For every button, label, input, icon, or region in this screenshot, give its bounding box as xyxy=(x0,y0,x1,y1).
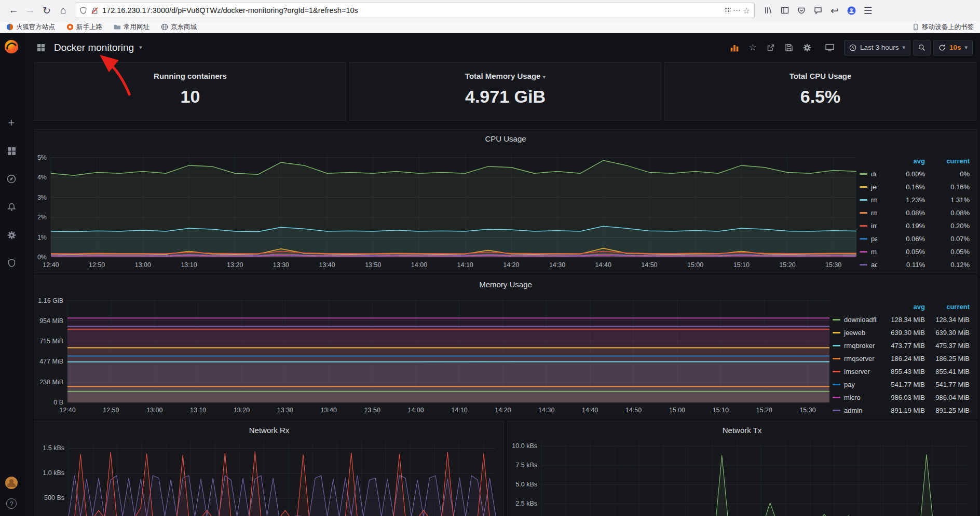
series-color-dash xyxy=(860,173,867,175)
series-color-dash xyxy=(860,238,867,240)
dashboard-settings-button[interactable] xyxy=(799,40,815,55)
svg-text:14:40: 14:40 xyxy=(582,407,598,414)
network-rx-graph[interactable]: 12:4012:5013:0013:1013:2013:3013:4013:50… xyxy=(35,439,499,516)
svg-text:7.5 kBs: 7.5 kBs xyxy=(515,462,537,469)
dashboard-grid-icon xyxy=(33,40,49,55)
menu-icon[interactable]: ☰ xyxy=(860,3,876,18)
legend-item-downloadfile[interactable]: downloadfile128.34 MiB128.34 MiB xyxy=(833,313,972,326)
panel-title[interactable]: Network Tx xyxy=(508,421,976,439)
panel-title[interactable]: Total CPU Usage xyxy=(665,63,976,80)
grafana-sidebar: + ? xyxy=(0,33,23,516)
legend-item-rmqbroker[interactable]: rmqbroker1.23%1.31% xyxy=(860,193,972,206)
bookmark-star-icon[interactable]: ☆ xyxy=(743,6,750,16)
star-dashboard-button[interactable]: ☆ xyxy=(745,40,760,55)
svg-text:14:50: 14:50 xyxy=(641,261,657,269)
network-tx-graph[interactable]: 12:4012:5013:0013:1013:2013:3013:4013:50… xyxy=(508,439,972,516)
url-bar[interactable]: 172.16.230.17:3000/d/pFVu6QTWz/docker-mo… xyxy=(75,3,755,18)
refresh-icon xyxy=(938,44,946,51)
getting-started-icon xyxy=(66,23,74,31)
sidebar-item-configuration[interactable] xyxy=(0,225,23,245)
sidebars-icon[interactable] xyxy=(777,3,793,18)
sidebar-item-create[interactable]: + xyxy=(0,113,23,133)
panel-title[interactable]: Network Rx xyxy=(35,421,503,439)
svg-text:2%: 2% xyxy=(37,214,47,221)
bookmark-item[interactable]: 常用网址 xyxy=(114,23,149,32)
bookmark-item[interactable]: 新手上路 xyxy=(66,23,102,32)
legend-item-rmqserver[interactable]: rmqserver0.08%0.08% xyxy=(860,206,972,219)
home-button[interactable]: ⌂ xyxy=(55,3,72,18)
legend-item-pay[interactable]: pay541.77 MiB541.77 MiB xyxy=(833,378,972,391)
legend-item-admin[interactable]: admin891.19 MiB891.25 MiB xyxy=(833,404,972,417)
magnifier-icon xyxy=(918,44,925,51)
tracking-shield-icon[interactable] xyxy=(79,7,87,15)
legend-item-jeeweb[interactable]: jeeweb639.30 MiB639.30 MiB xyxy=(833,326,972,339)
undo-icon[interactable]: ↩ xyxy=(826,3,843,18)
svg-text:13:00: 13:00 xyxy=(135,261,151,269)
time-range-picker[interactable]: Last 3 hours ▾ xyxy=(844,40,910,55)
sidebar-item-dashboards[interactable] xyxy=(0,141,23,161)
chat-icon[interactable] xyxy=(810,3,826,18)
svg-text:14:20: 14:20 xyxy=(495,407,511,414)
account-icon[interactable] xyxy=(843,3,860,18)
legend-item-pay[interactable]: pay0.06%0.07% xyxy=(860,232,972,245)
bookmark-item[interactable]: 火狐官方站点 xyxy=(6,23,55,32)
legend-item-imserver[interactable]: imserver855.43 MiB855.41 MiB xyxy=(833,365,972,378)
panel-title[interactable]: Total Memory Usage ▾ xyxy=(350,63,661,80)
panel-title[interactable]: CPU Usage xyxy=(35,130,976,147)
insecure-lock-icon[interactable] xyxy=(91,7,99,15)
help-icon[interactable]: ? xyxy=(0,493,23,514)
pocket-icon[interactable] xyxy=(793,3,810,18)
panel-title[interactable]: Running containers xyxy=(35,63,346,80)
refresh-picker[interactable]: 10s ▾ xyxy=(933,40,973,55)
panel-title[interactable]: Memory Usage xyxy=(35,275,976,293)
series-color-dash xyxy=(833,319,840,320)
legend-item-micro[interactable]: micro986.03 MiB986.04 MiB xyxy=(833,391,972,404)
zoom-out-time-button[interactable] xyxy=(913,40,931,55)
legend-item-imserver[interactable]: imserver0.19%0.20% xyxy=(860,219,972,232)
panel-total-memory-usage: Total Memory Usage ▾ 4.971 GiB xyxy=(349,62,661,121)
series-color-dash xyxy=(860,264,867,266)
save-dashboard-button[interactable] xyxy=(781,40,797,55)
svg-text:5%: 5% xyxy=(37,154,47,161)
add-panel-button[interactable] xyxy=(727,40,742,55)
page-actions-icon[interactable]: ⋯ xyxy=(733,6,741,15)
containers-grid-icon[interactable] xyxy=(725,7,731,13)
memory-usage-graph[interactable]: 12:4012:5013:0013:1013:2013:3013:4013:50… xyxy=(35,293,833,416)
series-color-dash xyxy=(860,212,867,214)
legend-item-admin[interactable]: admin0.11%0.12% xyxy=(860,258,972,271)
back-button[interactable]: ← xyxy=(5,3,22,18)
url-text[interactable]: 172.16.230.17:3000/d/pFVu6QTWz/docker-mo… xyxy=(102,6,721,15)
chevron-down-icon: ▾ xyxy=(902,44,905,51)
legend-item-rmqbroker[interactable]: rmqbroker473.77 MiB475.37 MiB xyxy=(833,339,972,352)
mobile-bookmarks-item[interactable]: 移动设备上的书签 xyxy=(912,23,974,32)
svg-text:12:40: 12:40 xyxy=(43,261,59,269)
cpu-usage-graph[interactable]: 12:4012:5013:0013:1013:2013:3013:4013:50… xyxy=(35,147,860,271)
user-avatar[interactable] xyxy=(0,472,23,493)
dashboard-title-dropdown[interactable]: Docker monitoring ▾ xyxy=(33,40,142,55)
cycle-view-mode-button[interactable] xyxy=(822,40,837,55)
legend-item-downloadfile[interactable]: downloadfile0.00%0% xyxy=(860,168,972,180)
chevron-down-icon: ▾ xyxy=(139,44,142,51)
reload-button[interactable]: ↻ xyxy=(38,3,55,18)
sidebar-item-explore[interactable] xyxy=(0,169,23,189)
legend-item-micro[interactable]: micro0.05%0.05% xyxy=(860,245,972,258)
legend-item-rmqserver[interactable]: rmqserver186.24 MiB186.25 MiB xyxy=(833,352,972,365)
sidebar-item-alerting[interactable] xyxy=(0,197,23,217)
grafana-logo[interactable] xyxy=(3,38,20,55)
stat-value: 6.5% xyxy=(665,87,976,107)
svg-text:13:20: 13:20 xyxy=(234,407,250,414)
sidebar-item-server-admin[interactable] xyxy=(0,253,23,273)
dashboard-navbar: Docker monitoring ▾ ☆ xyxy=(23,33,980,62)
panel-menu-caret-icon[interactable]: ▾ xyxy=(543,74,546,80)
browser-toolbar: ← → ↻ ⌂ 172.16.230.17:3000/d/pFVu6QTWz/d… xyxy=(0,0,980,21)
svg-text:13:20: 13:20 xyxy=(227,261,243,269)
panel-network-rx: Network Rx 12:4012:5013:0013:1013:2013:3… xyxy=(34,421,504,516)
bookmark-item[interactable]: 京东商城 xyxy=(161,23,197,32)
library-icon[interactable] xyxy=(760,3,777,18)
share-dashboard-button[interactable] xyxy=(763,40,779,55)
bookmark-label: 京东商城 xyxy=(171,23,197,32)
forward-button[interactable]: → xyxy=(22,3,38,18)
legend-item-jeeweb[interactable]: jeeweb0.16%0.16% xyxy=(860,180,972,193)
svg-text:477 MiB: 477 MiB xyxy=(39,358,63,365)
bookmarks-bar: 火狐官方站点 新手上路 常用网址 京东商城 移动设备上的书签 xyxy=(0,21,980,33)
